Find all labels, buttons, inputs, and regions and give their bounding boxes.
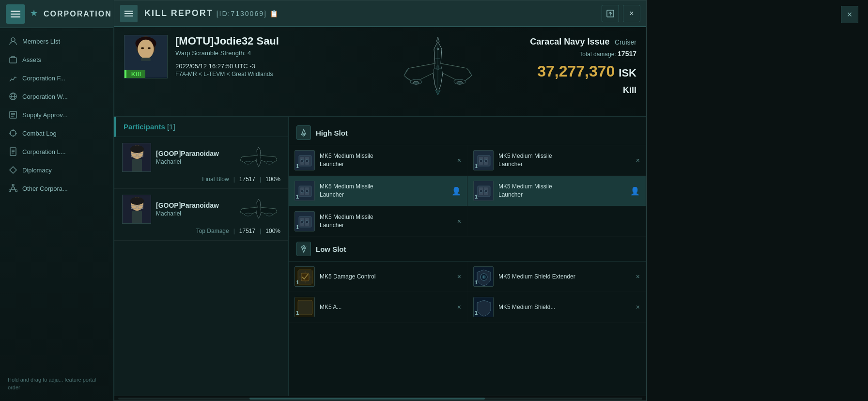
sidebar-label-corporation-finance: Corporation F... (22, 75, 65, 82)
modal-close-button[interactable]: × (623, 5, 640, 22)
low-slot-item-name-3: MK5 A... (320, 303, 452, 311)
stat-pct-2: 100% (265, 228, 280, 234)
slot-item-close-5[interactable]: × (457, 217, 461, 225)
slot-item-count-2: 1 (475, 163, 478, 169)
participant-stats-1: Final Blow | 17517 | 100% (122, 176, 280, 183)
export-icon (606, 10, 614, 17)
slot-item-person-4: 👤 (630, 186, 640, 196)
sidebar-menu-button[interactable] (6, 4, 25, 24)
total-damage-value: 17517 (618, 50, 636, 58)
svg-marker-18 (10, 167, 16, 173)
sidebar-item-corporation-finance[interactable]: Corporation F... (0, 69, 113, 87)
main-close-button[interactable]: × (841, 6, 858, 23)
person-icon (9, 37, 17, 46)
high-slot-item-4: 1 MK5 Medium MissileLauncher 👤 (467, 176, 646, 206)
low-slot-item-icon-1: 1 (294, 266, 315, 287)
svg-rect-101 (298, 300, 312, 315)
export-button[interactable] (602, 5, 619, 22)
participant-card-2: [GOOP]Paranoidaw Machariel (114, 189, 288, 241)
target-portrait: Kill (124, 35, 168, 78)
svg-point-73 (480, 159, 482, 162)
scrollbar-thumb[interactable] (249, 398, 485, 400)
sidebar: ★ CORPORATION Members List Assets Corpor… (0, 0, 114, 401)
sidebar-label-other-corpora: Other Corpora... (22, 185, 68, 192)
high-slot-header: High Slot (289, 121, 646, 145)
diamond-icon (9, 166, 17, 174)
ship-type: Cruiser (615, 38, 636, 46)
slot-item-name-4: MK5 Medium MissileLauncher (498, 183, 625, 199)
svg-point-19 (12, 187, 15, 190)
high-slot-items: 1 MK5 Medium MissileLauncher × (289, 145, 646, 237)
svg-point-0 (11, 38, 15, 42)
isk-value: 37,277,370 (537, 62, 615, 80)
high-slot-title: High Slot (316, 129, 348, 137)
slot-item-count-1: 1 (296, 163, 299, 169)
sidebar-label-diplomacy: Diplomacy (22, 167, 52, 174)
high-slot-item-2: 1 MK5 Medium MissileLauncher × (467, 145, 646, 176)
total-damage-label: Total damage: 17517 (530, 50, 636, 58)
stat-label-1: Final Blow (202, 176, 229, 183)
low-slot-item-4: 1 MK5 Medium Shield... × (467, 292, 646, 323)
modal-menu-button[interactable] (120, 5, 138, 22)
sidebar-header: ★ CORPORATION (0, 0, 113, 28)
svg-point-20 (12, 184, 14, 186)
list-icon (9, 110, 17, 119)
sidebar-item-diplomacy[interactable]: Diplomacy (0, 161, 113, 179)
slot-item-icon-4: 1 (473, 181, 494, 201)
slot-item-close-1[interactable]: × (457, 156, 461, 164)
sidebar-item-combat-log[interactable]: Combat Log (0, 124, 113, 142)
sidebar-item-supply-approval[interactable]: Supply Approv... (0, 106, 113, 124)
participant-name-2: [GOOP]Paranoidaw (156, 201, 219, 209)
low-slot-item-close-2[interactable]: × (636, 273, 640, 280)
slot-item-icon-5: 1 (294, 211, 315, 231)
box-icon (9, 55, 17, 64)
svg-point-93 (303, 246, 305, 247)
slot-item-icon-2: 1 (473, 150, 494, 170)
chart-icon (9, 74, 17, 82)
participant-ship-img-1 (237, 144, 280, 171)
svg-point-21 (16, 190, 17, 192)
modal-close-icon: × (629, 9, 634, 18)
svg-point-52 (245, 161, 251, 164)
globe-icon (9, 92, 17, 101)
sidebar-item-corporation-wallet[interactable]: Corporation W... (0, 87, 113, 106)
low-slot-item-name-4: MK5 Medium Shield... (498, 303, 631, 311)
isk-label: ISK (619, 67, 636, 79)
sidebar-item-corporation-l[interactable]: Corporation L... (0, 142, 113, 161)
slot-item-close-2[interactable]: × (636, 156, 640, 164)
high-slot-item-3: 1 MK5 Medium MissileLauncher 👤 (289, 176, 467, 206)
high-slot-item-6 (467, 206, 646, 237)
svg-point-80 (306, 190, 309, 193)
low-slot-item-close-4[interactable]: × (636, 303, 640, 311)
participant-ship-1: Machariel (156, 158, 219, 165)
participant-name-1: [GOOP]Paranoidaw (156, 150, 219, 157)
sidebar-item-assets[interactable]: Assets (0, 50, 113, 69)
ship-name: Caracal Navy Issue (530, 37, 609, 46)
svg-point-86 (484, 190, 487, 193)
sidebar-item-members-list[interactable]: Members List (0, 32, 113, 50)
corp-star-icon: ★ (30, 9, 41, 19)
sidebar-item-other-corpora[interactable]: Other Corpora... (0, 179, 113, 198)
svg-rect-1 (10, 58, 16, 63)
sidebar-label-combat-log: Combat Log (22, 130, 57, 137)
high-slot-item-1: 1 MK5 Medium MissileLauncher × (289, 145, 467, 176)
slot-item-name-1: MK5 Medium MissileLauncher (320, 152, 452, 169)
svg-point-30 (138, 40, 154, 59)
slot-item-count-5: 1 (296, 224, 299, 230)
low-slot-item-close-3[interactable]: × (457, 303, 461, 311)
svg-point-60 (266, 213, 273, 216)
low-slot-item-count-3: 1 (296, 310, 299, 316)
svg-point-85 (480, 190, 482, 193)
low-slot-item-count-2: 1 (475, 279, 478, 285)
participant-portrait-svg-2 (123, 195, 151, 224)
sidebar-label-supply-approval: Supply Approv... (22, 111, 68, 119)
svg-point-61 (245, 213, 251, 216)
low-slot-icon (296, 242, 311, 256)
ship-svg (370, 34, 506, 112)
low-slot-item-close-1[interactable]: × (457, 273, 461, 280)
low-slot-item-icon-2: 1 (473, 266, 494, 287)
modal-scrollbar[interactable] (114, 396, 646, 401)
slot-item-icon-1: 1 (294, 150, 315, 170)
high-slot-item-5: 1 MK5 Medium MissileLauncher × (289, 206, 467, 237)
participant-stats-2: Top Damage | 17517 | 100% (122, 228, 280, 234)
